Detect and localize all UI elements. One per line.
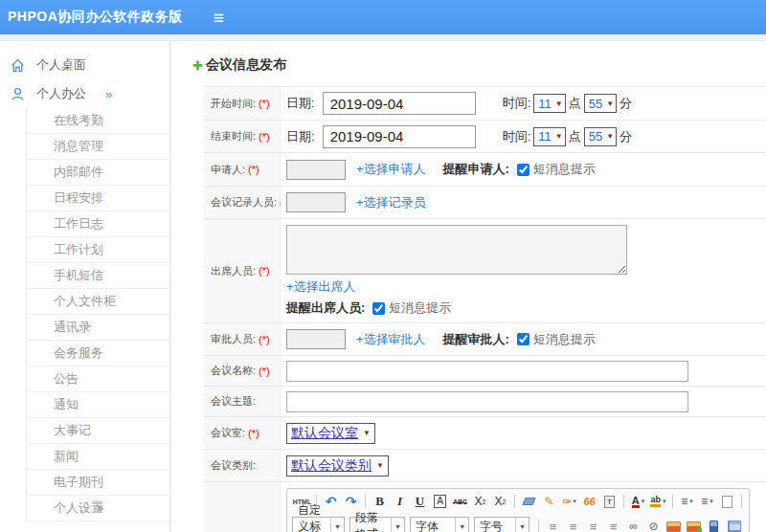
paint-format-icon[interactable]: ✑▾: [560, 493, 578, 511]
custom-title-select[interactable]: 自定义标题▼: [292, 517, 345, 532]
time-label: 时间:: [503, 128, 531, 145]
italic-button[interactable]: I: [391, 493, 409, 511]
choose-approver-link[interactable]: +选择审批人: [356, 331, 426, 348]
end-hour-select[interactable]: 11▼: [533, 127, 565, 146]
sidebar-item-personal-desktop[interactable]: 个人桌面: [0, 51, 169, 79]
approver-sms-checkbox[interactable]: [517, 333, 529, 345]
ordered-list-button[interactable]: ≡▾: [678, 493, 696, 511]
app-title: PHPOA协同办公软件政务版: [8, 9, 183, 26]
dropdown-arrow-icon: ▼: [606, 132, 614, 141]
meeting-room-select[interactable]: 默认会议室▼: [286, 423, 375, 444]
sidebar-item-notice[interactable]: 通知: [27, 392, 169, 418]
home-icon: [10, 57, 26, 74]
format-brush-icon[interactable]: ✎: [540, 493, 558, 511]
eraser-icon[interactable]: [520, 493, 538, 511]
fullscreen-icon[interactable]: [747, 493, 750, 511]
form-row-meeting-room: 会议室:(*) 默认会议室▼: [204, 417, 766, 450]
redo-icon[interactable]: ↷: [342, 493, 360, 511]
highlight-color-button[interactable]: ab▾: [649, 493, 667, 511]
start-hour-select[interactable]: 11▼: [533, 94, 565, 113]
sidebar-item-work-plan[interactable]: 工作计划: [27, 237, 169, 263]
form-row-start-time: 开始时间:(*) 日期: 时间: 11▼ 点 55▼ 分: [204, 87, 766, 121]
hour-unit: 点: [569, 128, 581, 145]
start-minute-select[interactable]: 55▼: [584, 94, 617, 113]
dropdown-arrow-icon: ▼: [555, 132, 563, 141]
chevron-expand-icon[interactable]: »: [105, 87, 112, 101]
form-row-meeting-name: 会议名称:(*): [204, 356, 766, 387]
font-family-select[interactable]: 字体▼: [410, 517, 469, 532]
attendees-sms-checkbox[interactable]: [372, 302, 385, 315]
page-title-text: 会议信息发布: [206, 56, 286, 74]
field-label: 会议室:(*): [204, 417, 281, 449]
recorder-input[interactable]: [286, 192, 346, 212]
subscript-button[interactable]: X2: [491, 493, 509, 511]
sidebar-item-personal-file-cabinet[interactable]: 个人文件柜: [27, 289, 169, 315]
user-icon: [10, 86, 26, 102]
unordered-list-button[interactable]: ≡▾: [698, 493, 716, 511]
sidebar-item-personal-office[interactable]: 个人办公 »: [0, 79, 169, 108]
header-substrip: [0, 34, 766, 41]
strikethrough-button[interactable]: ABC: [451, 493, 469, 511]
choose-applicant-link[interactable]: +选择申请人: [356, 161, 426, 178]
remind-attendees-label: 提醒出席人员:: [286, 299, 365, 317]
align-left-icon[interactable]: ≡: [544, 518, 562, 532]
page-title: ✚ 会议信息发布: [192, 56, 766, 74]
sidebar-item-message-management[interactable]: 消息管理: [27, 134, 169, 160]
sidebar-item-personal-settings[interactable]: 个人设置 »: [27, 496, 169, 521]
sidebar-item-memorabilia[interactable]: 大事记: [27, 418, 169, 444]
dropdown-arrow-icon: ▼: [391, 518, 404, 532]
align-center-icon[interactable]: ≡: [564, 518, 582, 532]
applicant-sms-checkbox[interactable]: [517, 164, 529, 176]
sidebar-item-work-log[interactable]: 工作日志: [27, 211, 169, 237]
field-label: 开始时间:(*): [204, 87, 281, 120]
sidebar-item-e-journal[interactable]: 电子期刊: [27, 470, 169, 496]
new-document-icon[interactable]: [718, 493, 736, 511]
approver-input[interactable]: [286, 329, 346, 349]
insert-table-icon[interactable]: [725, 518, 743, 532]
upload-image-icon[interactable]: [685, 518, 703, 532]
insert-link-icon[interactable]: ∞: [624, 518, 642, 532]
end-date-input[interactable]: [323, 125, 476, 148]
sidebar-item-address-book[interactable]: 通讯录: [27, 315, 169, 341]
required-mark: (*): [259, 366, 270, 377]
align-justify-icon[interactable]: ≡: [604, 518, 622, 532]
choose-recorder-link[interactable]: +选择记录员: [356, 194, 426, 211]
sidebar-item-schedule[interactable]: 日程安排: [27, 186, 169, 211]
unlink-icon[interactable]: ⊘: [644, 518, 663, 532]
bold-button[interactable]: B: [371, 493, 389, 511]
end-minute-select[interactable]: 55▼: [584, 127, 617, 146]
underline-button[interactable]: U: [411, 493, 429, 511]
field-label: 审批人员:(*): [204, 323, 281, 355]
attendees-textarea[interactable]: [286, 225, 627, 275]
field-label: 会议记录人员:(*): [204, 187, 281, 218]
start-date-input[interactable]: [323, 92, 476, 115]
font-size-select[interactable]: 字号▼: [474, 517, 529, 532]
insert-media-icon[interactable]: [705, 518, 723, 532]
blockquote-button[interactable]: 66: [580, 493, 598, 511]
font-border-button[interactable]: A: [431, 493, 449, 511]
remind-applicant-label: 提醒申请人:: [443, 161, 509, 178]
sidebar-item-supervision[interactable]: 督查督办 »: [0, 524, 169, 532]
hamburger-menu-icon[interactable]: ≡: [214, 9, 224, 27]
sidebar-item-announcement[interactable]: 公告: [27, 366, 169, 392]
sidebar-item-internal-mail[interactable]: 内部邮件: [27, 160, 169, 186]
superscript-button[interactable]: X2: [471, 493, 489, 511]
font-color-button[interactable]: A▾: [629, 493, 647, 511]
paragraph-format-select[interactable]: 段落格式▼: [349, 517, 405, 532]
meeting-name-input[interactable]: [286, 361, 688, 382]
sms-hint-label: 短消息提示: [533, 331, 596, 348]
sidebar-item-news[interactable]: 新闻: [27, 444, 169, 470]
chevron-expand-icon[interactable]: »: [97, 496, 103, 521]
field-label: 会议名称:(*): [204, 356, 281, 386]
applicant-input[interactable]: [286, 160, 346, 180]
insert-image-icon[interactable]: [665, 518, 683, 532]
align-right-icon[interactable]: ≡: [584, 518, 602, 532]
paste-as-text-icon[interactable]: T: [600, 493, 619, 511]
meeting-topic-input[interactable]: [286, 391, 688, 412]
choose-attendees-link[interactable]: +选择出席人: [286, 278, 356, 296]
dropdown-arrow-icon: ▼: [363, 429, 371, 437]
sidebar-item-conference-service[interactable]: 会务服务: [27, 341, 169, 366]
sidebar-item-online-attendance[interactable]: 在线考勤: [27, 108, 169, 134]
sidebar-item-mobile-sms[interactable]: 手机短信: [27, 263, 169, 289]
meeting-category-select[interactable]: 默认会议类别▼: [286, 455, 389, 477]
